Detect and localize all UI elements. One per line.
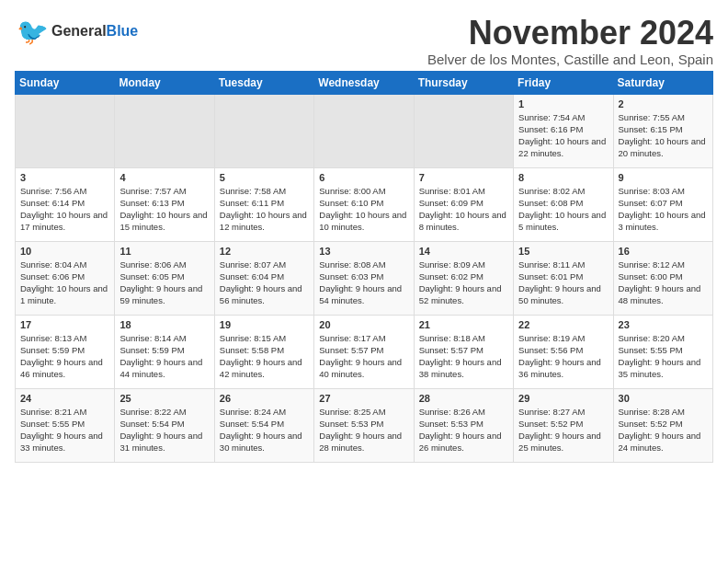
day-number: 12 <box>220 246 309 257</box>
logo-general: General <box>51 23 107 39</box>
day-info: Sunrise: 7:54 AMSunset: 6:16 PMDaylight:… <box>518 111 608 160</box>
day-number: 16 <box>619 246 708 257</box>
calendar-cell: 4Sunrise: 7:57 AMSunset: 6:13 PMDaylight… <box>115 167 214 241</box>
calendar-cell: 8Sunrise: 8:02 AMSunset: 6:08 PMDaylight… <box>514 167 613 241</box>
day-number: 20 <box>319 319 408 330</box>
calendar-cell: 12Sunrise: 8:07 AMSunset: 6:04 PMDayligh… <box>214 241 313 315</box>
calendar-header-row: SundayMondayTuesdayWednesdayThursdayFrid… <box>16 71 713 94</box>
calendar-cell: 6Sunrise: 8:00 AMSunset: 6:10 PMDaylight… <box>314 167 414 241</box>
day-info: Sunrise: 8:19 AMSunset: 5:56 PMDaylight:… <box>518 332 608 381</box>
day-info: Sunrise: 8:27 AMSunset: 5:52 PMDaylight:… <box>518 406 608 454</box>
day-info: Sunrise: 8:24 AMSunset: 5:54 PMDaylight:… <box>220 406 309 454</box>
day-info: Sunrise: 8:04 AMSunset: 6:06 PMDaylight:… <box>20 259 109 307</box>
weekday-header: Wednesday <box>314 71 414 94</box>
day-number: 18 <box>119 319 209 330</box>
calendar-cell: 30Sunrise: 8:28 AMSunset: 5:52 PMDayligh… <box>613 388 712 462</box>
day-info: Sunrise: 8:13 AMSunset: 5:59 PMDaylight:… <box>20 332 109 381</box>
calendar-cell: 2Sunrise: 7:55 AMSunset: 6:15 PMDaylight… <box>613 94 712 167</box>
calendar-week-row: 17Sunrise: 8:13 AMSunset: 5:59 PMDayligh… <box>16 315 713 388</box>
day-info: Sunrise: 8:18 AMSunset: 5:57 PMDaylight:… <box>419 332 508 381</box>
day-info: Sunrise: 7:58 AMSunset: 6:11 PMDaylight:… <box>220 185 309 234</box>
day-number: 13 <box>319 246 408 257</box>
day-info: Sunrise: 8:17 AMSunset: 5:57 PMDaylight:… <box>319 332 408 381</box>
calendar-cell: 15Sunrise: 8:11 AMSunset: 6:01 PMDayligh… <box>514 241 613 315</box>
calendar-cell: 13Sunrise: 8:08 AMSunset: 6:03 PMDayligh… <box>314 241 414 315</box>
day-number: 10 <box>20 246 109 257</box>
calendar-cell: 5Sunrise: 7:58 AMSunset: 6:11 PMDaylight… <box>214 167 313 241</box>
day-number: 30 <box>619 393 708 404</box>
calendar-cell <box>214 94 313 167</box>
day-number: 22 <box>518 319 608 330</box>
day-info: Sunrise: 8:21 AMSunset: 5:55 PMDaylight:… <box>20 406 109 454</box>
day-info: Sunrise: 8:01 AMSunset: 6:09 PMDaylight:… <box>419 185 508 234</box>
day-number: 8 <box>518 172 608 183</box>
calendar-cell: 7Sunrise: 8:01 AMSunset: 6:09 PMDaylight… <box>414 167 513 241</box>
calendar-cell: 1Sunrise: 7:54 AMSunset: 6:16 PMDaylight… <box>514 94 613 167</box>
day-number: 3 <box>20 172 109 183</box>
calendar-cell: 11Sunrise: 8:06 AMSunset: 6:05 PMDayligh… <box>115 241 214 315</box>
calendar-week-row: 1Sunrise: 7:54 AMSunset: 6:16 PMDaylight… <box>16 94 713 167</box>
day-info: Sunrise: 7:56 AMSunset: 6:14 PMDaylight:… <box>20 185 109 234</box>
day-number: 2 <box>619 98 708 109</box>
day-info: Sunrise: 8:00 AMSunset: 6:10 PMDaylight:… <box>319 185 408 234</box>
day-number: 28 <box>419 393 508 404</box>
calendar-cell: 19Sunrise: 8:15 AMSunset: 5:58 PMDayligh… <box>214 315 313 388</box>
day-number: 21 <box>419 319 508 330</box>
day-info: Sunrise: 8:09 AMSunset: 6:02 PMDaylight:… <box>419 259 508 307</box>
calendar-week-row: 3Sunrise: 7:56 AMSunset: 6:14 PMDaylight… <box>16 167 713 241</box>
calendar-cell <box>314 94 414 167</box>
svg-text:🐦: 🐦 <box>17 17 48 47</box>
day-number: 4 <box>119 172 209 183</box>
day-info: Sunrise: 8:11 AMSunset: 6:01 PMDaylight:… <box>518 259 608 307</box>
calendar-body: 1Sunrise: 7:54 AMSunset: 6:16 PMDaylight… <box>16 94 713 462</box>
calendar-cell <box>414 94 513 167</box>
day-info: Sunrise: 8:22 AMSunset: 5:54 PMDaylight:… <box>119 406 209 454</box>
calendar-cell: 28Sunrise: 8:26 AMSunset: 5:53 PMDayligh… <box>414 388 513 462</box>
calendar-cell: 21Sunrise: 8:18 AMSunset: 5:57 PMDayligh… <box>414 315 513 388</box>
day-number: 19 <box>220 319 309 330</box>
weekday-header: Friday <box>514 71 613 94</box>
calendar-cell: 23Sunrise: 8:20 AMSunset: 5:55 PMDayligh… <box>613 315 712 388</box>
day-number: 14 <box>419 246 508 257</box>
calendar-cell: 3Sunrise: 7:56 AMSunset: 6:14 PMDaylight… <box>16 167 115 241</box>
day-number: 26 <box>220 393 309 404</box>
day-info: Sunrise: 8:20 AMSunset: 5:55 PMDaylight:… <box>619 332 708 381</box>
page-header: 🐦 GeneralBlue November 2024 Belver de lo… <box>15 15 713 67</box>
day-info: Sunrise: 8:12 AMSunset: 6:00 PMDaylight:… <box>619 259 708 307</box>
day-number: 25 <box>119 393 209 404</box>
logo-blue: Blue <box>107 23 139 39</box>
calendar-cell <box>115 94 214 167</box>
day-number: 29 <box>518 393 608 404</box>
day-info: Sunrise: 8:08 AMSunset: 6:03 PMDaylight:… <box>319 259 408 307</box>
weekday-header: Sunday <box>16 71 115 94</box>
day-info: Sunrise: 7:55 AMSunset: 6:15 PMDaylight:… <box>619 111 708 160</box>
day-info: Sunrise: 8:26 AMSunset: 5:53 PMDaylight:… <box>419 406 508 454</box>
calendar-cell: 22Sunrise: 8:19 AMSunset: 5:56 PMDayligh… <box>514 315 613 388</box>
day-info: Sunrise: 8:25 AMSunset: 5:53 PMDaylight:… <box>319 406 408 454</box>
calendar-cell: 17Sunrise: 8:13 AMSunset: 5:59 PMDayligh… <box>16 315 115 388</box>
day-info: Sunrise: 8:14 AMSunset: 5:59 PMDaylight:… <box>119 332 209 381</box>
calendar-cell: 26Sunrise: 8:24 AMSunset: 5:54 PMDayligh… <box>214 388 313 462</box>
day-info: Sunrise: 7:57 AMSunset: 6:13 PMDaylight:… <box>119 185 209 234</box>
day-info: Sunrise: 8:03 AMSunset: 6:07 PMDaylight:… <box>619 185 708 234</box>
day-info: Sunrise: 8:02 AMSunset: 6:08 PMDaylight:… <box>518 185 608 234</box>
calendar-cell: 20Sunrise: 8:17 AMSunset: 5:57 PMDayligh… <box>314 315 414 388</box>
title-area: November 2024 Belver de los Montes, Cast… <box>427 15 713 67</box>
day-number: 23 <box>619 319 708 330</box>
calendar-week-row: 10Sunrise: 8:04 AMSunset: 6:06 PMDayligh… <box>16 241 713 315</box>
calendar-cell: 18Sunrise: 8:14 AMSunset: 5:59 PMDayligh… <box>115 315 214 388</box>
logo: 🐦 GeneralBlue <box>15 15 138 48</box>
calendar-cell: 27Sunrise: 8:25 AMSunset: 5:53 PMDayligh… <box>314 388 414 462</box>
day-number: 7 <box>419 172 508 183</box>
calendar-cell: 14Sunrise: 8:09 AMSunset: 6:02 PMDayligh… <box>414 241 513 315</box>
weekday-header: Tuesday <box>214 71 313 94</box>
day-number: 9 <box>619 172 708 183</box>
calendar-cell: 25Sunrise: 8:22 AMSunset: 5:54 PMDayligh… <box>115 388 214 462</box>
location-title: Belver de los Montes, Castille and Leon,… <box>427 52 713 67</box>
calendar-cell: 10Sunrise: 8:04 AMSunset: 6:06 PMDayligh… <box>16 241 115 315</box>
calendar-cell: 29Sunrise: 8:27 AMSunset: 5:52 PMDayligh… <box>514 388 613 462</box>
calendar-cell: 24Sunrise: 8:21 AMSunset: 5:55 PMDayligh… <box>16 388 115 462</box>
calendar-cell <box>16 94 115 167</box>
calendar-table: SundayMondayTuesdayWednesdayThursdayFrid… <box>15 71 713 463</box>
day-info: Sunrise: 8:28 AMSunset: 5:52 PMDaylight:… <box>619 406 708 454</box>
